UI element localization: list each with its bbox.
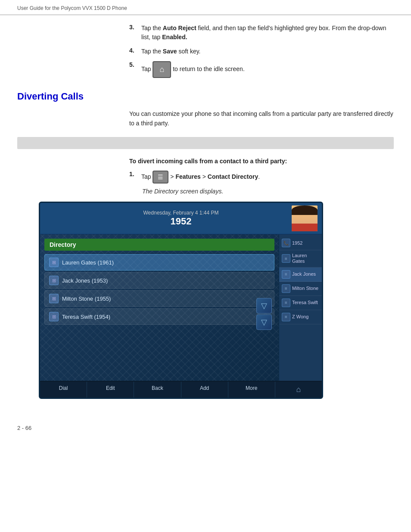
phone-right-panel: 📞 1952 ≡ Lauren Gates ≡ Jack Jones ≡ Mil… <box>279 234 322 381</box>
bottom-btn-dial[interactable]: Dial <box>40 382 87 398</box>
intro-steps: 3. Tap the Auto Reject field, and then t… <box>129 24 394 78</box>
side-btn-jack[interactable]: ≡ Jack Jones <box>279 268 322 282</box>
phone-main: Directory ⊞ Lauren Gates (1961) ⊞ Jack J… <box>40 234 322 381</box>
menu-icon: ☰ <box>158 174 163 180</box>
auto-reject-bold: Auto Reject <box>163 25 196 31</box>
section-intro: You can customize your phone so that inc… <box>129 109 394 128</box>
side-btn-1952[interactable]: 📞 1952 <box>279 236 322 250</box>
page-content: 3. Tap the Auto Reject field, and then t… <box>0 15 411 416</box>
contact-icon-teresa: ⊞ <box>49 312 59 321</box>
step-4-content: Tap the Save soft key. <box>141 47 394 56</box>
side-btn-label-teresa: Teresa Swift <box>292 300 318 305</box>
save-bold: Save <box>163 48 177 55</box>
bottom-btn-edit[interactable]: Edit <box>87 382 134 398</box>
page-number: 2 - 66 <box>17 425 31 431</box>
contact-name-lauren: Lauren Gates (1961) <box>62 259 114 266</box>
step-5-content: Tap ⌂ to return to the idle screen. <box>141 61 394 78</box>
home-icon: ⌂ <box>159 65 164 74</box>
step-4: 4. Tap the Save soft key. <box>129 47 394 56</box>
phone-extension: 1952 <box>113 216 249 227</box>
phone-avatar <box>292 205 318 231</box>
avatar-shirt <box>292 224 318 231</box>
side-btn-icon-zwong: ≡ <box>282 313 290 321</box>
step-1-num: 1. <box>129 171 138 177</box>
avatar-hair <box>292 205 318 215</box>
menu-button-img[interactable]: ☰ <box>153 171 168 184</box>
side-btn-icon-milton: ≡ <box>282 284 290 293</box>
bottom-btn-back[interactable]: Back <box>134 382 181 398</box>
scroll-down-arrow[interactable]: ▽ <box>256 314 272 330</box>
contact-icon-lauren: ⊞ <box>49 258 59 267</box>
contact-item-teresa[interactable]: ⊞ Teresa Swift (1954) <box>44 308 274 325</box>
side-btn-label-lauren: Lauren Gates <box>292 253 319 264</box>
contact-name-teresa: Teresa Swift (1954) <box>62 314 110 320</box>
scroll-up-arrow[interactable]: ▽ <box>256 298 272 314</box>
phone-screen: Wednesday, February 4 1:44 PM 1952 Direc… <box>39 202 323 399</box>
step-3-content: Tap the Auto Reject field, and then tap … <box>141 24 394 42</box>
phone-top-bar: Wednesday, February 4 1:44 PM 1952 <box>40 203 322 234</box>
side-btn-icon-lauren: ≡ <box>282 254 290 263</box>
contact-icon-milton: ⊞ <box>49 294 59 303</box>
side-btn-icon-teresa: ≡ <box>282 299 290 307</box>
avatar-face <box>292 205 318 231</box>
contact-item-milton[interactable]: ⊞ Milton Stone (1955) <box>44 290 274 307</box>
features-bold: Features <box>175 173 200 180</box>
phone-left-panel: Directory ⊞ Lauren Gates (1961) ⊞ Jack J… <box>40 234 279 381</box>
phone-bottom-bar: Dial Edit Back Add More ⌂ <box>40 381 322 398</box>
contact-item-jack[interactable]: ⊞ Jack Jones (1953) <box>44 272 274 289</box>
step-5-num: 5. <box>129 61 138 68</box>
side-btn-lauren[interactable]: ≡ Lauren Gates <box>279 250 322 267</box>
step-4-num: 4. <box>129 47 138 54</box>
scroll-arrows: ▽ ▽ <box>256 298 272 330</box>
grey-bar <box>17 137 394 149</box>
step-5: 5. Tap ⌂ to return to the idle screen. <box>129 61 394 78</box>
contact-item-lauren[interactable]: ⊞ Lauren Gates (1961) <box>44 254 274 271</box>
bottom-btn-home[interactable]: ⌂ <box>275 382 322 398</box>
enabled-bold: Enabled. <box>162 34 187 40</box>
bottom-btn-more[interactable]: More <box>228 382 275 398</box>
sub-heading: To divert incoming calls from a contact … <box>129 158 394 165</box>
step-1-content: Tap ☰ > Features > Contact Directory. <box>141 171 394 184</box>
step-3-num: 3. <box>129 24 138 31</box>
step-3: 3. Tap the Auto Reject field, and then t… <box>129 24 394 42</box>
side-btn-teresa[interactable]: ≡ Teresa Swift <box>279 296 322 310</box>
home-button-img[interactable]: ⌂ <box>153 61 171 78</box>
side-btn-label-jack: Jack Jones <box>292 271 316 277</box>
side-btn-zwong[interactable]: ≡ Z Wong <box>279 310 322 324</box>
header-title: User Guide for the Polycom VVX 1500 D Ph… <box>17 5 127 11</box>
side-btn-label-milton: Milton Stone <box>292 286 318 291</box>
phone-datetime: Wednesday, February 4 1:44 PM <box>113 210 249 216</box>
side-btn-icon-1952: 📞 <box>282 239 290 247</box>
side-btn-label-1952: 1952 <box>292 240 302 246</box>
contact-directory-bold: Contact Directory <box>208 173 258 180</box>
side-btn-label-zwong: Z Wong <box>292 314 308 320</box>
contact-name-milton: Milton Stone (1955) <box>62 296 111 302</box>
directory-header: Directory <box>44 239 274 251</box>
contact-icon-jack: ⊞ <box>49 276 59 285</box>
side-btn-icon-jack: ≡ <box>282 270 290 279</box>
contact-list: ⊞ Lauren Gates (1961) ⊞ Jack Jones (1953… <box>40 254 279 325</box>
section-title: Diverting Calls <box>17 91 394 102</box>
below-step-1: The Directory screen displays. <box>142 188 394 195</box>
bottom-btn-add[interactable]: Add <box>181 382 228 398</box>
page-footer: 2 - 66 <box>0 416 411 440</box>
divert-step-1: 1. Tap ☰ > Features > Contact Directory. <box>129 171 394 184</box>
side-btn-milton[interactable]: ≡ Milton Stone <box>279 282 322 296</box>
contact-name-jack: Jack Jones (1953) <box>62 277 108 284</box>
page-header: User Guide for the Polycom VVX 1500 D Ph… <box>0 0 411 15</box>
